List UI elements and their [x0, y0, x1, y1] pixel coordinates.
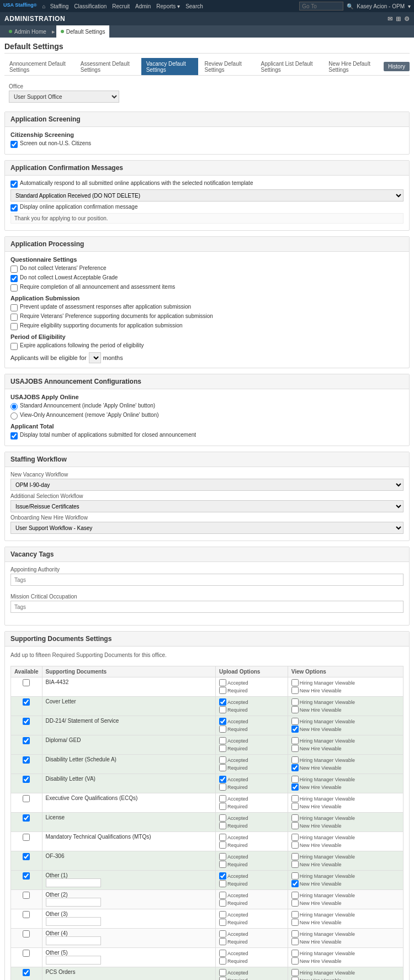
upload-required-checkbox[interactable]: [219, 899, 226, 907]
view-nh-checkbox[interactable]: [291, 764, 299, 771]
doc-custom-input[interactable]: [46, 917, 101, 926]
breadcrumb-admin-home[interactable]: Admin Home: [4, 25, 51, 38]
avail-checkbox[interactable]: [23, 969, 30, 976]
new-vacancy-select[interactable]: OPM I-90-day: [10, 479, 404, 491]
tab-new-hire-default[interactable]: New Hire Default Settings: [323, 58, 383, 75]
view-nh-checkbox[interactable]: [291, 706, 299, 713]
upload-required-checkbox[interactable]: [219, 687, 226, 694]
upload-required-checkbox[interactable]: [219, 841, 226, 849]
breadcrumb-default-settings[interactable]: Default Settings: [56, 25, 110, 38]
avail-checkbox[interactable]: [23, 698, 30, 706]
view-nh-checkbox[interactable]: [291, 725, 299, 733]
goto-input[interactable]: [299, 2, 343, 10]
upload-accepted-checkbox[interactable]: [219, 892, 226, 899]
view-nh-checkbox[interactable]: [291, 745, 299, 752]
nav-recruit[interactable]: Recruit: [112, 3, 130, 9]
view-hm-checkbox[interactable]: [291, 679, 299, 686]
upload-accepted-checkbox[interactable]: [219, 698, 226, 706]
upload-required-checkbox[interactable]: [219, 938, 226, 945]
view-hm-checkbox[interactable]: [291, 795, 299, 802]
upload-accepted-checkbox[interactable]: [219, 969, 226, 976]
avail-checkbox[interactable]: [23, 814, 30, 822]
upload-required-checkbox[interactable]: [219, 706, 226, 713]
view-nh-checkbox[interactable]: [291, 899, 299, 907]
view-hm-checkbox[interactable]: [291, 950, 299, 957]
view-nh-checkbox[interactable]: [291, 957, 299, 965]
upload-required-checkbox[interactable]: [219, 725, 226, 733]
s1-checkbox[interactable]: [10, 304, 18, 311]
tab-announcement-default[interactable]: Announcement Default Settings: [4, 58, 75, 75]
upload-accepted-checkbox[interactable]: [219, 718, 226, 725]
view-nh-checkbox[interactable]: [291, 841, 299, 849]
q1-checkbox[interactable]: [10, 266, 18, 273]
upload-required-checkbox[interactable]: [219, 919, 226, 926]
view-hm-checkbox[interactable]: [291, 911, 299, 918]
auto-respond-checkbox[interactable]: [10, 181, 18, 188]
avail-checkbox[interactable]: [23, 718, 30, 725]
s2-checkbox[interactable]: [10, 314, 18, 321]
grid-icon[interactable]: ⊞: [396, 15, 401, 23]
view-nh-checkbox[interactable]: [291, 861, 299, 868]
user-dropdown-icon[interactable]: ▾: [408, 3, 411, 9]
upload-required-checkbox[interactable]: [219, 977, 226, 980]
view-nh-checkbox[interactable]: [291, 803, 299, 810]
upload-accepted-checkbox[interactable]: [219, 756, 226, 764]
upload-accepted-checkbox[interactable]: [219, 776, 226, 783]
upload-accepted-checkbox[interactable]: [219, 872, 226, 880]
view-nh-checkbox[interactable]: [291, 783, 299, 791]
nav-search-icon[interactable]: 🔍: [347, 3, 353, 9]
view-hm-checkbox[interactable]: [291, 892, 299, 899]
avail-checkbox[interactable]: [23, 911, 30, 918]
view-nh-checkbox[interactable]: [291, 919, 299, 926]
upload-accepted-checkbox[interactable]: [219, 737, 226, 744]
upload-required-checkbox[interactable]: [219, 783, 226, 791]
nav-classification[interactable]: Classification: [74, 3, 107, 9]
doc-custom-input[interactable]: [46, 898, 101, 907]
view-nh-checkbox[interactable]: [291, 822, 299, 829]
upload-required-checkbox[interactable]: [219, 822, 226, 829]
view-hm-checkbox[interactable]: [291, 737, 299, 744]
view-hm-checkbox[interactable]: [291, 814, 299, 822]
view-hm-checkbox[interactable]: [291, 872, 299, 880]
office-select[interactable]: User Support Office: [9, 91, 119, 103]
avail-checkbox[interactable]: [23, 853, 30, 860]
tab-review-default[interactable]: Review Default Settings: [199, 58, 254, 75]
avail-checkbox[interactable]: [23, 679, 30, 686]
tab-vacancy-default[interactable]: Vacancy Default Settings: [141, 58, 199, 75]
gear-icon[interactable]: ⚙: [404, 15, 410, 23]
avail-checkbox[interactable]: [23, 756, 30, 764]
upload-required-checkbox[interactable]: [219, 745, 226, 752]
e1-checkbox[interactable]: [10, 343, 18, 350]
nav-staffing[interactable]: Staffing: [50, 3, 69, 9]
onboarding-select[interactable]: User Support Workflow - Kasey: [10, 522, 404, 534]
avail-checkbox[interactable]: [23, 795, 30, 802]
upload-required-checkbox[interactable]: [219, 880, 226, 887]
view-nh-checkbox[interactable]: [291, 977, 299, 980]
doc-custom-input[interactable]: [46, 956, 101, 965]
upload-accepted-checkbox[interactable]: [219, 834, 226, 841]
avail-checkbox[interactable]: [23, 950, 30, 957]
at-checkbox[interactable]: [10, 432, 18, 439]
citizenship-checkbox[interactable]: [10, 141, 18, 148]
view-hm-checkbox[interactable]: [291, 718, 299, 725]
avail-checkbox[interactable]: [23, 776, 30, 783]
tab-applicant-list-default[interactable]: Applicant List Default Settings: [256, 58, 323, 75]
upload-accepted-checkbox[interactable]: [219, 795, 226, 802]
upload-required-checkbox[interactable]: [219, 764, 226, 771]
view-hm-checkbox[interactable]: [291, 756, 299, 764]
additional-select[interactable]: Issue/Reissue Certificates: [10, 500, 404, 512]
upload-required-checkbox[interactable]: [219, 957, 226, 965]
view-hm-checkbox[interactable]: [291, 930, 299, 937]
upload-required-checkbox[interactable]: [219, 803, 226, 810]
upload-accepted-checkbox[interactable]: [219, 930, 226, 937]
view-hm-checkbox[interactable]: [291, 698, 299, 706]
avail-checkbox[interactable]: [23, 892, 30, 899]
home-icon[interactable]: ⌂: [43, 3, 46, 9]
display-online-checkbox[interactable]: [10, 204, 18, 211]
appointing-input[interactable]: [10, 574, 404, 586]
doc-custom-input[interactable]: [46, 878, 101, 887]
upload-accepted-checkbox[interactable]: [219, 950, 226, 957]
upload-accepted-checkbox[interactable]: [219, 911, 226, 918]
q3-checkbox[interactable]: [10, 284, 18, 292]
template-select[interactable]: Standard Application Received (DO NOT DE…: [10, 189, 404, 202]
